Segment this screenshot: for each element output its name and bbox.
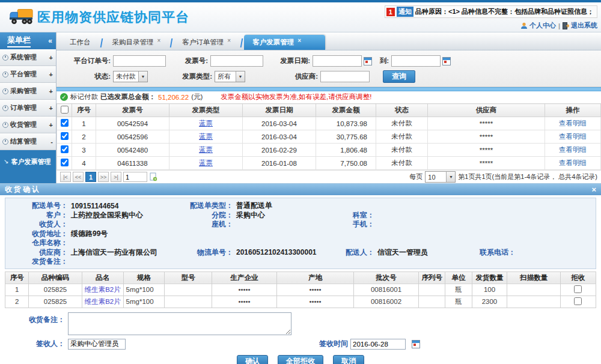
dropdown-arrow-icon: ▼ [236, 71, 245, 82]
logout-link[interactable]: 退出系统 [563, 21, 597, 30]
invoice-table: 序号 发票号 发票类型 发票日期 发票金额 状态 供应商 操作 1 005425… [56, 103, 601, 170]
select-all-checkbox[interactable] [61, 106, 69, 114]
tab-customer-invoices[interactable]: 客户发票管理 × [244, 35, 325, 50]
sidebar-item-purchase[interactable]: 采购管理 + [0, 83, 56, 100]
status-label: 状态: [60, 72, 113, 81]
receiver-label: 收货人： [8, 219, 68, 229]
tab-workbench[interactable]: 工作台 [61, 35, 99, 50]
sidebar: 菜单栏 « 系统管理 + 平台管理 + 采购管理 + 订单管理 + 收货管理 + [0, 32, 56, 183]
sidebar-item-receiving[interactable]: 收货管理 + [0, 117, 56, 133]
clock-icon [2, 71, 8, 77]
sidebar-item-system[interactable]: 系统管理 + [0, 49, 56, 66]
invoice-type-link[interactable]: 蓝票 [199, 120, 213, 127]
platform-order-input[interactable] [113, 55, 166, 67]
delivery-no-label: 配送单号： [8, 201, 68, 211]
product-name-link[interactable]: 维生素B2片 [85, 286, 121, 293]
calendar-icon[interactable] [442, 57, 451, 65]
notification-tag[interactable]: 通知 [397, 7, 413, 17]
prev-page-button[interactable]: << [73, 172, 84, 182]
invoice-date-to-input[interactable] [391, 55, 441, 67]
sidebar-item-platform[interactable]: 平台管理 + [0, 66, 56, 83]
notice-bar: ✓ 标记付款 已选发票总金额： 51,206.22 (元) 发票金额以实物发票为… [56, 91, 601, 104]
invoice-type-select[interactable]: 所有 ▼ [215, 71, 245, 82]
tab-close-icon[interactable]: × [227, 37, 231, 44]
first-page-button[interactable]: |< [60, 172, 71, 182]
pagination-bar: |< << 1 >> >| 每页 10 ▼ 第1页共1页(当前是第1-4条记录，… [56, 170, 601, 183]
modal-close-icon[interactable]: × [591, 185, 596, 194]
supplier-label: 供应商： [8, 247, 68, 258]
row-checkbox[interactable] [61, 132, 69, 140]
view-detail-link[interactable]: 查看明细 [559, 146, 587, 153]
address-value: 绥德路99号 [68, 229, 182, 239]
tab-separator [240, 38, 243, 47]
reject-checkbox[interactable] [574, 297, 582, 305]
status-select[interactable]: 未付款 ▼ [113, 71, 148, 82]
cancel-button[interactable]: 取消 [333, 355, 364, 364]
item-row: 1 025825 维生素B2片 5mg*100 ••••• ••••• 0081… [5, 284, 596, 296]
sidebar-item-order[interactable]: 订单管理 + [0, 100, 56, 117]
invoice-type-link[interactable]: 蓝票 [199, 159, 213, 166]
notification-bar[interactable]: 1 通知 品种原因：<1> 品种信息不完整：包括品牌和品种证照信息； [385, 5, 597, 18]
current-page-button[interactable]: 1 [85, 172, 96, 182]
calendar-icon[interactable] [364, 57, 372, 65]
receipt-remark-textarea[interactable] [68, 312, 291, 335]
go-page-icon[interactable] [149, 172, 157, 181]
reject-all-button[interactable]: 全部拒收 [278, 355, 323, 364]
dropdown-arrow-icon: ▼ [138, 71, 147, 82]
address-label: 收货地址： [8, 229, 68, 239]
tab-purchase-catalog[interactable]: 采购目录管理 × [104, 35, 169, 50]
tab-close-icon[interactable]: × [297, 37, 301, 44]
delivery-type-label: 配送单类型： [182, 201, 233, 211]
mobile-label: 手机： [329, 219, 374, 229]
page-title: 医用物资供应链协同平台 [37, 8, 189, 26]
next-page-button[interactable]: >> [98, 172, 109, 182]
per-page-select[interactable]: 10 ▼ [425, 171, 456, 183]
invoice-type-link[interactable]: 蓝票 [199, 146, 213, 153]
view-detail-link[interactable]: 查看明细 [559, 120, 587, 127]
table-row: 2 00542596 蓝票 2016-03-04 30,775.68 未付款 *… [57, 130, 601, 144]
goto-page-input[interactable] [123, 172, 147, 182]
calendar-icon[interactable] [412, 340, 420, 348]
view-detail-link[interactable]: 查看明细 [559, 133, 587, 140]
product-name-link[interactable]: 维生素B2片 [85, 298, 121, 305]
supplier-label: 供应商: [277, 72, 320, 81]
sidebar-subitem-customer-invoice[interactable]: ↘ 客户发票管理 [0, 156, 56, 168]
user-center-link[interactable]: 个人中心 [520, 21, 556, 30]
clock-icon [2, 88, 8, 94]
supplier-input[interactable] [320, 71, 370, 82]
table-row: 1 00542594 蓝票 2016-03-04 10,873.98 未付款 *… [57, 117, 601, 130]
pagination-info: 第1页共1页(当前是第1-4条记录， 总共4条记录) [458, 172, 597, 181]
invoice-date-from-input[interactable] [313, 55, 362, 67]
sidebar-title: 菜单栏 [7, 35, 31, 47]
last-page-button[interactable]: >| [111, 172, 121, 182]
tab-customer-orders[interactable]: 客户订单管理 × [174, 35, 239, 50]
branch-label: 分院： [182, 210, 233, 220]
confirm-button[interactable]: 确认 [237, 355, 268, 364]
invoice-table-header-row: 序号 发票号 发票类型 发票日期 发票金额 状态 供应商 操作 [57, 104, 601, 117]
reject-checkbox[interactable] [574, 285, 582, 293]
mark-paid-label[interactable]: 标记付款 [70, 93, 98, 102]
invoice-type-label: 发票类型: [176, 72, 215, 81]
row-checkbox[interactable] [61, 159, 69, 166]
row-checkbox[interactable] [61, 119, 69, 127]
sidebar-item-settlement[interactable]: 结算管理 - [0, 133, 56, 150]
divider-bar [56, 87, 601, 91]
expand-plus-icon: + [49, 121, 53, 129]
signer-input[interactable] [68, 339, 126, 350]
notification-text: 品种原因：<1> 品种信息不完整：包括品牌和品种证照信息； [415, 7, 594, 16]
sign-time-input[interactable] [350, 339, 406, 350]
invoice-type-link[interactable]: 蓝票 [199, 133, 213, 140]
view-detail-link[interactable]: 查看明细 [559, 159, 587, 166]
invoice-no-input[interactable] [210, 55, 263, 67]
clock-icon [2, 105, 8, 111]
sidebar-collapse-icon[interactable]: « [48, 37, 52, 45]
tab-close-icon[interactable]: × [157, 37, 161, 44]
row-checkbox[interactable] [61, 145, 69, 153]
invoice-date-label: 发票日期: [269, 56, 313, 65]
clock-icon [2, 55, 8, 61]
total-amount-unit: (元) [191, 93, 203, 102]
platform-order-label: 平台订单号: [60, 56, 113, 65]
delivery-info-panel: 配送单号： 109151144654 配送单类型： 普通配送单 客户： 上药控股… [5, 198, 596, 269]
search-button[interactable]: 查询 [383, 70, 415, 83]
expand-plus-icon: + [49, 88, 53, 95]
